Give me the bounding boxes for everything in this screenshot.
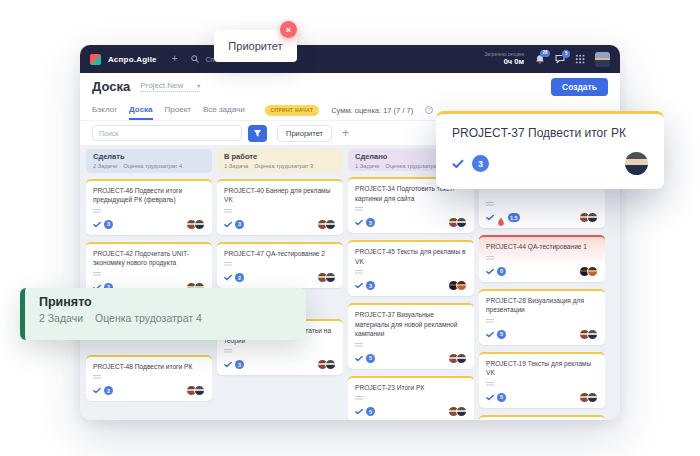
- check-icon: [486, 268, 494, 275]
- project-name: Project.New: [140, 81, 183, 90]
- avatar: [194, 385, 205, 396]
- priority-tooltip-label: Приоритет: [228, 40, 282, 52]
- assignees: [448, 217, 467, 228]
- tab[interactable]: Бэклог: [92, 100, 117, 120]
- add-icon[interactable]: +: [172, 54, 178, 64]
- column-title: Сделать: [93, 152, 205, 161]
- check-icon: [224, 221, 232, 228]
- column-cards: PROJECT-34 Подготовить текст/картинки дл…: [348, 177, 474, 420]
- avatar: [325, 219, 336, 230]
- accepted-column-card[interactable]: Принято 2 Задачи Оценка трудозатрат 4: [20, 288, 306, 340]
- description-icon: [355, 343, 363, 344]
- search-icon[interactable]: [191, 55, 199, 63]
- search-input[interactable]: [92, 125, 242, 141]
- task-card[interactable]: PROJECT-23 Итоги РК 5: [348, 376, 474, 420]
- column-header[interactable]: Сделать 2 Задачи Оценка трудозатрат 4: [86, 149, 212, 173]
- close-icon[interactable]: ×: [280, 21, 297, 38]
- points-badge: 3: [472, 155, 489, 172]
- task-title: PROJECT-46 Подвести итоги предыдущей РК …: [93, 186, 205, 205]
- points-badge: 3: [235, 360, 244, 369]
- description-icon: [93, 272, 101, 273]
- task-card[interactable]: PROJECT-19 Тексты для рекламы VK 5: [479, 352, 605, 408]
- task-card[interactable]: PROJECT-46 Подвести итоги предыдущей РК …: [86, 179, 212, 235]
- board-column: 1.5 PROJECT-44 QA-тестирование 1 0 PROJE…: [479, 149, 605, 420]
- page-header: Доска Project.New ▾ Создать: [80, 73, 620, 100]
- time-value: 0ч 0м: [485, 57, 524, 66]
- task-title: PROJECT-23 Итоги РК: [355, 383, 467, 393]
- avatar: [456, 406, 467, 417]
- assignees: [448, 353, 467, 364]
- avatar: [194, 219, 205, 230]
- info-icon[interactable]: ?: [425, 106, 433, 114]
- check-icon: [93, 387, 101, 394]
- avatar: [587, 392, 598, 403]
- estimate-summary: Сумм. оценка: 17 (7 / 7): [331, 106, 413, 115]
- task-card[interactable]: PROJECT-44 QA-тестирование 1 0: [479, 235, 605, 282]
- task-title: PROJECT-19 Тексты для рекламы VK: [486, 359, 598, 378]
- avatar: [587, 212, 598, 223]
- points-badge: 1.5: [508, 213, 520, 222]
- points-badge: 0: [497, 267, 506, 276]
- tab[interactable]: Доска: [129, 100, 152, 120]
- description-icon: [355, 396, 363, 397]
- tab[interactable]: Все задачи: [203, 100, 245, 120]
- description-icon: [486, 202, 494, 203]
- column-estimate: Оценка трудозатрат 4: [123, 163, 182, 169]
- check-icon: [224, 274, 232, 281]
- task-card[interactable]: PROJECT-37 Визуальные материалы для ново…: [348, 303, 474, 369]
- assignees: [579, 212, 598, 223]
- task-card[interactable]: PROJECT-28 Визуализация для презентации …: [479, 289, 605, 345]
- check-icon: [486, 331, 494, 338]
- points-badge: 2: [104, 386, 113, 395]
- project-selector[interactable]: Project.New ▾: [140, 81, 200, 92]
- task-card[interactable]: PROJECT-40 Баннер для рекламы VK 3: [217, 179, 343, 235]
- column-cards: 1.5 PROJECT-44 QA-тестирование 1 0 PROJE…: [479, 177, 605, 420]
- sprint-status-badge: СПРИНТ НАЧАТ: [265, 105, 320, 116]
- user-avatar[interactable]: [595, 52, 610, 67]
- notifications-badge: 28: [540, 50, 550, 58]
- description-icon: [224, 209, 232, 210]
- description-icon: [224, 349, 232, 350]
- task-card[interactable]: PROJECT-45 Тексты для рекламы в VK 3: [348, 240, 474, 296]
- column-cards: PROJECT-40 Баннер для рекламы VK 3 PROJE…: [217, 179, 343, 376]
- priority-filter-chip[interactable]: Приоритет: [277, 125, 332, 142]
- column-header[interactable]: В работе 1 Задача Оценка трудозатрат 3: [217, 149, 343, 173]
- task-title: PROJECT-48 Подвести итоги РК: [93, 362, 205, 372]
- task-title: PROJECT-28 Визуализация для презентации: [486, 296, 598, 315]
- create-button[interactable]: Создать: [551, 78, 608, 96]
- task-title: PROJECT-42 Подсчитать UNIT-экономику нов…: [93, 249, 205, 268]
- task-card[interactable]: PROJECT-48 Подвести итоги РК 2: [86, 355, 212, 402]
- check-icon: [355, 219, 363, 226]
- check-icon: [486, 394, 494, 401]
- task-card[interactable]: PROJECT-47 QA-тестирование 2 2: [217, 242, 343, 289]
- task-title: PROJECT-44 QA-тестирование 1: [486, 242, 598, 252]
- column-title: В работе: [224, 152, 336, 161]
- task-card[interactable]: PROJECT-16 Подвести итоги РК: [479, 415, 605, 420]
- avatar: [325, 272, 336, 283]
- board-column: Сделать 2 Задачи Оценка трудозатрат 4 PR…: [86, 149, 212, 420]
- description-icon: [93, 209, 101, 210]
- board-column: Сделано 1 Задача Оценка трудозатрат 5 PR…: [348, 149, 474, 420]
- top-navbar: Аспро.Agile + Сп Затрачено сегодня 0ч 0м…: [80, 45, 620, 73]
- assignees: [448, 280, 467, 291]
- add-filter-button[interactable]: +: [342, 127, 349, 139]
- flame-icon: [497, 213, 505, 223]
- messages-badge: 5: [562, 50, 570, 58]
- tab[interactable]: Проект: [165, 100, 191, 120]
- assignees: [448, 406, 467, 417]
- assignees: [317, 219, 336, 230]
- assignees: [579, 266, 598, 277]
- messages-button[interactable]: 5: [555, 54, 565, 64]
- points-badge: 2: [235, 273, 244, 282]
- avatar: [587, 329, 598, 340]
- task-popup-card[interactable]: PROJECT-37 Подвести итог РК 3: [436, 111, 664, 189]
- points-badge: 5: [366, 218, 375, 227]
- filter-button[interactable]: [248, 125, 267, 142]
- points-badge: 5: [497, 393, 506, 402]
- points-badge: 3: [366, 281, 375, 290]
- check-icon: [452, 159, 464, 169]
- apps-grid-icon[interactable]: [575, 54, 585, 64]
- description-icon: [224, 262, 232, 263]
- notifications-button[interactable]: 28: [535, 54, 545, 65]
- task-title: PROJECT-47 QA-тестирование 2: [224, 249, 336, 259]
